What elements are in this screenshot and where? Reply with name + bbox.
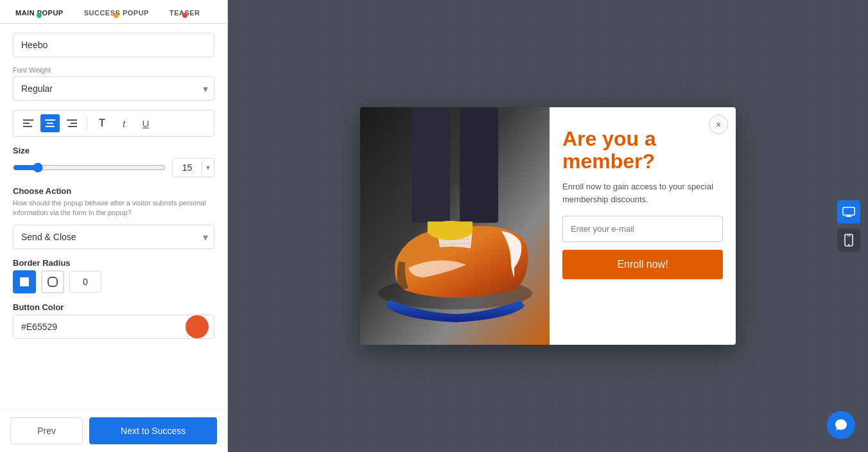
- svg-rect-6: [67, 119, 77, 121]
- shoe-svg: [360, 107, 550, 345]
- format-divider-1: [87, 117, 87, 130]
- svg-rect-8: [68, 126, 77, 127]
- svg-rect-4: [47, 123, 53, 124]
- size-section: Size ▾: [13, 146, 214, 177]
- svg-rect-3: [45, 119, 55, 121]
- svg-rect-12: [412, 107, 450, 223]
- chat-icon: [834, 418, 848, 432]
- svg-rect-10: [48, 277, 57, 286]
- svg-rect-25: [847, 236, 851, 236]
- border-square-button[interactable]: [13, 270, 36, 293]
- choose-action-title: Choose Action: [13, 186, 214, 196]
- left-panel: MAIN POPUP SUCCESS POPUP TEASER Font Wei…: [0, 0, 228, 452]
- font-input[interactable]: [13, 33, 214, 57]
- border-radius-input[interactable]: [69, 271, 101, 293]
- choose-action-desc: How should the popup behave after a visi…: [13, 198, 214, 218]
- size-slider[interactable]: [13, 162, 166, 173]
- tab-success-popup[interactable]: SUCCESS POPUP: [74, 0, 159, 23]
- svg-rect-2: [23, 126, 32, 127]
- border-radius-section: Border Radius: [13, 258, 214, 293]
- border-radius-row: [13, 270, 214, 293]
- italic-icon: t: [123, 118, 125, 129]
- align-center-button[interactable]: [40, 114, 60, 132]
- tab-bar: MAIN POPUP SUCCESS POPUP TEASER: [0, 0, 227, 24]
- svg-rect-20: [843, 207, 855, 215]
- next-to-success-button[interactable]: Next to Success: [89, 417, 217, 444]
- device-toggle: [837, 200, 860, 252]
- mobile-icon: [844, 234, 853, 247]
- font-weight-select[interactable]: Regular Thin Light Medium Bold: [13, 76, 214, 101]
- italic-button[interactable]: t: [114, 114, 134, 132]
- tab-teaser[interactable]: TEASER: [159, 0, 211, 23]
- desktop-icon: [842, 207, 855, 217]
- popup-image: [360, 107, 550, 345]
- prev-button[interactable]: Prev: [10, 417, 83, 444]
- size-label: Size: [13, 146, 214, 155]
- mobile-view-button[interactable]: [837, 229, 860, 252]
- font-weight-select-wrap: Regular Thin Light Medium Bold ▾: [13, 76, 214, 101]
- border-rounded-button[interactable]: [41, 270, 64, 293]
- button-color-input[interactable]: [13, 315, 186, 338]
- popup-preview: × Are you a member? Enroll now to gain a…: [360, 107, 736, 345]
- font-weight-label: Font Weight: [13, 66, 214, 74]
- tab-success-dot: [114, 13, 119, 18]
- border-radius-title: Border Radius: [13, 258, 214, 268]
- choose-action-group: Choose Action How should the popup behav…: [13, 186, 214, 249]
- popup-subtext: Enroll now to gain access to your specia…: [562, 180, 723, 205]
- align-right-button[interactable]: [62, 114, 82, 132]
- svg-rect-21: [847, 215, 851, 216]
- popup-enroll-button[interactable]: Enroll now!: [562, 250, 723, 279]
- button-color-swatch[interactable]: [186, 315, 209, 338]
- svg-rect-5: [46, 126, 55, 127]
- font-weight-group: Font Weight Regular Thin Light Medium Bo…: [13, 66, 214, 101]
- svg-rect-1: [23, 123, 30, 124]
- tab-teaser-dot: [182, 13, 187, 18]
- size-input[interactable]: [173, 159, 202, 177]
- size-row: ▾: [13, 158, 214, 177]
- popup-email-input[interactable]: [562, 216, 723, 242]
- choose-action-select-wrap: Send & Close Send & Redirect Close Only …: [13, 225, 214, 249]
- popup-close-button[interactable]: ×: [709, 115, 728, 134]
- underline-button[interactable]: U: [136, 114, 155, 132]
- size-arrow-icon[interactable]: ▾: [202, 161, 214, 175]
- svg-point-24: [848, 244, 849, 245]
- close-icon: ×: [716, 119, 721, 130]
- bottom-bar: Prev Next to Success: [0, 409, 227, 452]
- tab-main-dot: [37, 13, 42, 18]
- svg-rect-19: [428, 222, 473, 233]
- font-field-group: [13, 33, 214, 57]
- chat-bubble-button[interactable]: [827, 411, 855, 439]
- svg-rect-0: [23, 119, 33, 121]
- format-toolbar: T t U: [13, 110, 214, 137]
- button-color-section: Button Color: [13, 302, 214, 339]
- right-area: × Are you a member? Enroll now to gain a…: [228, 0, 868, 452]
- popup-heading: Are you a member?: [562, 128, 723, 173]
- bold-button[interactable]: T: [92, 114, 112, 132]
- svg-rect-22: [846, 216, 852, 217]
- choose-action-select[interactable]: Send & Close Send & Redirect Close Only: [13, 225, 214, 249]
- bold-icon: T: [99, 117, 105, 129]
- size-input-wrap: ▾: [172, 158, 214, 177]
- underline-icon: U: [143, 118, 150, 129]
- tab-main-popup[interactable]: MAIN POPUP: [5, 0, 74, 23]
- svg-rect-7: [71, 123, 77, 124]
- button-color-input-wrap: [13, 315, 214, 339]
- popup-right: × Are you a member? Enroll now to gain a…: [550, 107, 736, 345]
- align-left-button[interactable]: [19, 114, 38, 132]
- button-color-title: Button Color: [13, 302, 214, 312]
- desktop-view-button[interactable]: [837, 200, 860, 223]
- svg-rect-13: [460, 107, 498, 223]
- panel-content: Font Weight Regular Thin Light Medium Bo…: [0, 24, 227, 409]
- svg-rect-9: [20, 277, 29, 286]
